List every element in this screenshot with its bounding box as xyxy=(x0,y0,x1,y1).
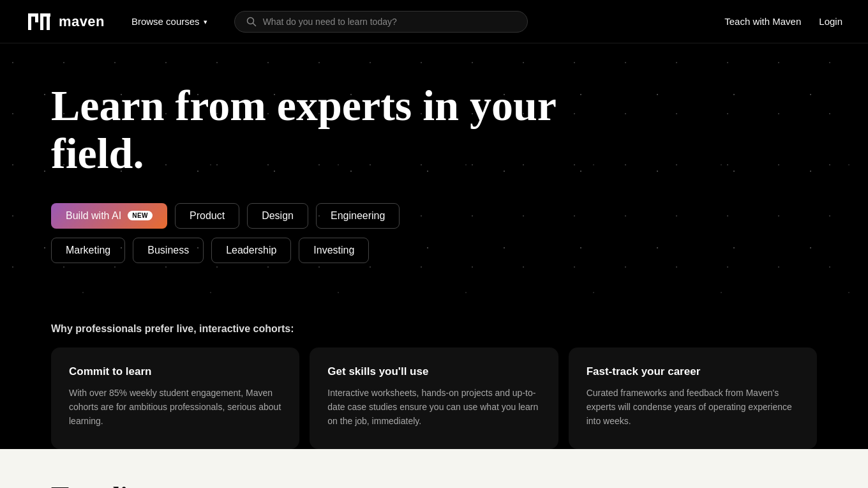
logo-icon xyxy=(26,8,52,35)
category-business-button[interactable]: Business xyxy=(133,238,204,263)
category-leadership-button[interactable]: Leadership xyxy=(211,238,291,263)
category-row-1: Build with AI NEW Product Design Enginee… xyxy=(51,203,817,229)
search-icon xyxy=(246,17,257,27)
teach-with-maven-link[interactable]: Teach with Maven xyxy=(724,16,801,27)
chevron-down-icon: ▾ xyxy=(204,18,207,26)
logo[interactable]: maven xyxy=(26,8,105,35)
why-title: Why professionals prefer live, interacti… xyxy=(51,323,817,335)
why-card-commit-title: Commit to learn xyxy=(69,365,281,378)
category-engineering-button[interactable]: Engineering xyxy=(316,203,400,229)
category-investing-button[interactable]: Investing xyxy=(299,238,369,263)
why-card-career-text: Curated frameworks and feedback from Mav… xyxy=(587,386,799,429)
svg-rect-5 xyxy=(47,13,50,30)
trending-section: Trending courses xyxy=(0,449,868,488)
category-build-ai-label: Build with AI xyxy=(66,210,121,222)
navbar: maven Browse courses ▾ Teach with Maven … xyxy=(0,0,868,43)
browse-courses-label: Browse courses xyxy=(131,16,200,27)
trending-title: Trending courses xyxy=(51,481,817,488)
category-build-ai-button[interactable]: Build with AI NEW xyxy=(51,203,167,229)
browse-courses-button[interactable]: Browse courses ▾ xyxy=(125,12,214,31)
why-section: Why professionals prefer live, interacti… xyxy=(0,304,868,449)
category-row-2: Marketing Business Leadership Investing xyxy=(51,238,817,263)
why-cards: Commit to learn With over 85% weekly stu… xyxy=(51,347,817,449)
why-card-career-title: Fast-track your career xyxy=(587,365,799,378)
new-badge: NEW xyxy=(128,211,153,220)
nav-right: Teach with Maven Login xyxy=(724,16,842,27)
why-card-commit: Commit to learn With over 85% weekly stu… xyxy=(51,347,299,449)
category-product-button[interactable]: Product xyxy=(175,203,239,229)
hero-title: Learn from experts in your field. xyxy=(51,82,625,178)
hero-section: Learn from experts in your field. Build … xyxy=(0,43,868,304)
search-input[interactable] xyxy=(263,17,516,27)
category-marketing-button[interactable]: Marketing xyxy=(51,238,125,263)
svg-rect-2 xyxy=(35,13,38,22)
why-card-skills-text: Interactive worksheets, hands-on project… xyxy=(327,386,540,429)
category-design-button[interactable]: Design xyxy=(247,203,308,229)
search-bar xyxy=(234,11,528,33)
login-button[interactable]: Login xyxy=(819,16,842,27)
why-card-skills-title: Get skills you'll use xyxy=(327,365,540,378)
logo-text: maven xyxy=(59,13,105,30)
why-card-skills: Get skills you'll use Interactive worksh… xyxy=(310,347,558,449)
why-card-commit-text: With over 85% weekly student engagement,… xyxy=(69,386,281,429)
why-card-career: Fast-track your career Curated framework… xyxy=(569,347,817,449)
svg-line-7 xyxy=(253,23,255,26)
